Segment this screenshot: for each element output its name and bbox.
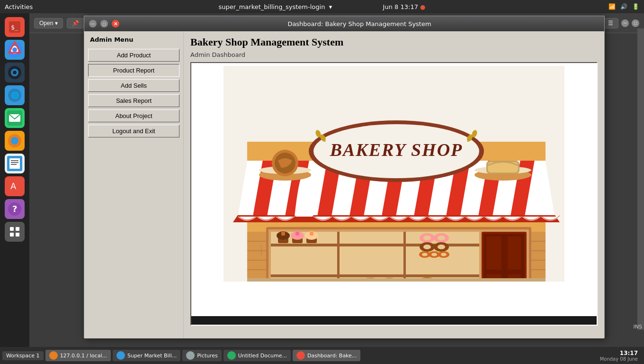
system-bar-center: super_market_billing_system-login ▾ Jun … bbox=[219, 3, 426, 10]
svg-rect-139 bbox=[486, 237, 501, 270]
svg-rect-15 bbox=[9, 158, 20, 169]
dock-icon-terminal[interactable]: $_ bbox=[5, 17, 25, 37]
app-minimize-button[interactable]: ─ bbox=[89, 20, 97, 27]
add-product-button[interactable]: Add Product bbox=[88, 49, 179, 62]
dock: $_ 🌐 A ? bbox=[0, 13, 29, 347]
taskbar-item-3[interactable]: Untitled Docume... bbox=[224, 350, 291, 361]
product-report-button[interactable]: Product Report bbox=[88, 64, 179, 77]
dock-icon-mail[interactable] bbox=[5, 108, 25, 128]
dock-icon-help[interactable]: ? bbox=[5, 199, 25, 219]
taskbar-item-label-4: Dashboard: Bake... bbox=[307, 353, 357, 359]
app-close-button[interactable]: ✕ bbox=[112, 20, 119, 27]
app-body: Admin Menu Add Product Product Report Ad… bbox=[84, 31, 604, 338]
svg-text:$_: $_ bbox=[11, 24, 18, 31]
sidebar: Admin Menu Add Product Product Report Ad… bbox=[84, 31, 184, 338]
open-button[interactable]: Open ▾ bbox=[34, 18, 63, 28]
section-title: Admin Dashboard bbox=[190, 51, 598, 58]
system-bar-left: Activities bbox=[5, 3, 33, 10]
maximize-button[interactable]: □ bbox=[632, 19, 639, 27]
bakery-illustration: BAKERY SHOP bbox=[224, 66, 564, 282]
window-controls: ─ □ ✕ bbox=[89, 20, 119, 27]
svg-point-106 bbox=[438, 236, 445, 240]
svg-point-104 bbox=[423, 236, 431, 240]
svg-text:?: ? bbox=[12, 204, 17, 214]
about-project-button[interactable]: About Project bbox=[88, 109, 179, 122]
open-chevron: ▾ bbox=[55, 20, 58, 27]
logout-button[interactable]: Logout and Exit bbox=[88, 125, 179, 137]
sidebar-title: Admin Menu bbox=[88, 35, 179, 44]
dock-icon-firefox[interactable] bbox=[5, 131, 25, 151]
volume-icon: 🔊 bbox=[620, 3, 627, 10]
svg-rect-99 bbox=[295, 232, 299, 236]
svg-point-7 bbox=[13, 71, 17, 74]
svg-text:BAKERY SHOP: BAKERY SHOP bbox=[330, 140, 463, 160]
dock-icon-writer[interactable] bbox=[5, 154, 25, 173]
dock-icon-appstore[interactable]: A bbox=[5, 176, 25, 196]
svg-rect-92 bbox=[337, 232, 340, 282]
add-sells-button[interactable]: Add Sells bbox=[88, 79, 179, 92]
taskbar-item-label-3: Untitled Docume... bbox=[238, 353, 287, 359]
svg-point-13 bbox=[11, 137, 18, 145]
svg-text:A: A bbox=[10, 181, 17, 191]
svg-rect-24 bbox=[16, 227, 19, 231]
taskbar-workspace[interactable]: Workspace 1 bbox=[2, 351, 44, 360]
ins-label: INS bbox=[634, 324, 642, 330]
sales-report-button[interactable]: Sales Report bbox=[88, 94, 179, 107]
svg-rect-26 bbox=[16, 233, 19, 237]
dock-icon-network[interactable]: 🌐 bbox=[5, 85, 25, 105]
svg-point-4 bbox=[12, 47, 17, 52]
svg-point-110 bbox=[438, 245, 445, 249]
svg-point-116 bbox=[441, 253, 447, 256]
svg-rect-102 bbox=[310, 232, 313, 236]
taskbar-item-4[interactable]: Dashboard: Bake... bbox=[293, 350, 360, 361]
inner-frame: BAKERY SHOP bbox=[190, 62, 598, 326]
app-window: ─ □ ✕ Dashboard: Bakery Shop Management … bbox=[84, 16, 605, 338]
svg-rect-96 bbox=[281, 232, 285, 236]
menu-button[interactable]: ☰ bbox=[603, 18, 618, 28]
wifi-icon: 📶 bbox=[608, 3, 616, 10]
taskbar: Workspace 1 127.0.0.1 / local... Super M… bbox=[0, 347, 644, 364]
taskbar-clock: 13:17 Monday 08 June bbox=[600, 350, 642, 362]
taskbar-item-label-2: Pictures bbox=[197, 353, 218, 359]
scrollbar[interactable] bbox=[637, 28, 644, 330]
system-bar-right: 📶 🔊 🔋 bbox=[608, 3, 639, 10]
app-titlebar: ─ □ ✕ Dashboard: Bakery Shop Management … bbox=[84, 16, 604, 31]
svg-rect-140 bbox=[508, 237, 521, 270]
main-area: Open ▾ 📌 Untitled Document 1 Save ☰ ─ □ … bbox=[29, 13, 644, 347]
activities-label[interactable]: Activities bbox=[5, 3, 33, 10]
svg-rect-90 bbox=[271, 274, 479, 277]
taskbar-item-0[interactable]: 127.0.0.1 / local... bbox=[45, 350, 111, 361]
pin-button[interactable]: 📌 bbox=[67, 18, 84, 28]
clock-date: Monday 08 June bbox=[600, 356, 638, 362]
svg-text:🌐: 🌐 bbox=[11, 91, 19, 100]
dock-icon-chrome[interactable] bbox=[5, 40, 25, 60]
dock-icon-video[interactable] bbox=[5, 63, 25, 82]
svg-point-114 bbox=[431, 253, 437, 256]
app-title: Bakery Shop Management System bbox=[190, 36, 598, 48]
content-panel: Bakery Shop Management System Admin Dash… bbox=[184, 31, 604, 338]
datetime-label: Jun 8 13:17 bbox=[383, 3, 418, 10]
svg-point-108 bbox=[423, 245, 431, 249]
recording-dot: ● bbox=[420, 3, 425, 10]
svg-rect-93 bbox=[403, 232, 406, 282]
svg-rect-147 bbox=[247, 278, 546, 282]
workspace-label: Workspace 1 bbox=[6, 353, 40, 359]
taskbar-item-1[interactable]: Super Market Bill... bbox=[113, 350, 180, 361]
dock-icon-grid[interactable] bbox=[5, 222, 25, 242]
svg-point-112 bbox=[422, 253, 428, 256]
svg-rect-23 bbox=[10, 227, 14, 231]
inner-status-bar bbox=[191, 316, 597, 325]
clock-time: 13:17 bbox=[600, 350, 638, 356]
open-label: Open bbox=[39, 20, 53, 27]
system-bar: Activities super_market_billing_system-l… bbox=[0, 0, 644, 13]
app-maximize-button[interactable]: □ bbox=[100, 20, 108, 27]
app-name-label: super_market_billing_system-login bbox=[219, 3, 325, 10]
battery-icon: 🔋 bbox=[632, 3, 639, 10]
taskbar-item-2[interactable]: Pictures bbox=[182, 350, 222, 361]
taskbar-item-label-0: 127.0.0.1 / local... bbox=[60, 353, 107, 359]
taskbar-item-label-1: Super Market Bill... bbox=[127, 353, 177, 359]
svg-rect-25 bbox=[10, 233, 14, 237]
app-window-title: Dashboard: Bakery Shop Management System bbox=[119, 20, 599, 27]
minimize-button[interactable]: ─ bbox=[621, 19, 629, 27]
